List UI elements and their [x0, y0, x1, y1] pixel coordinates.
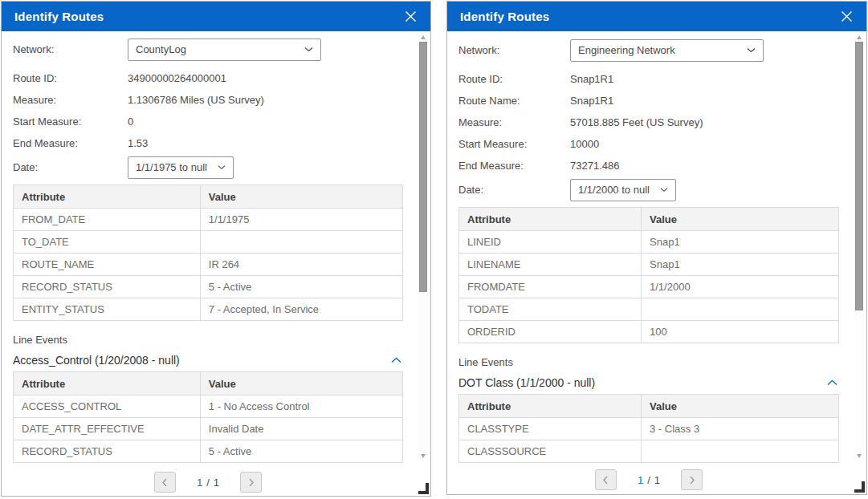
scroll-up-icon[interactable]	[418, 33, 428, 41]
route-name-label: Route Name:	[458, 95, 570, 107]
value-cell	[200, 231, 402, 254]
previous-page-button[interactable]	[154, 472, 176, 493]
value-column-header: Value	[642, 395, 839, 418]
table-header-row: Attribute Value	[14, 185, 403, 209]
table-row: TODATE	[459, 298, 839, 321]
start-measure-row: Start Measure: 0	[13, 111, 403, 132]
attribute-column-header: Attribute	[459, 395, 642, 418]
date-dropdown[interactable]: 1/1/2000 to null	[570, 179, 676, 201]
table-header-row: Attribute Value	[14, 372, 403, 396]
route-id-value: 34900000264000001	[128, 72, 226, 84]
vertical-scrollbar[interactable]	[418, 33, 428, 460]
previous-page-button[interactable]	[595, 469, 617, 490]
network-label: Network:	[13, 43, 128, 55]
chevron-up-icon[interactable]	[825, 378, 839, 387]
close-icon[interactable]	[839, 10, 854, 24]
line-event-title: DOT Class (1/1/2000 - null)	[458, 376, 595, 389]
page-indicator: 1 / 1	[638, 474, 660, 486]
attr-cell: FROM_DATE	[14, 209, 201, 231]
end-measure-row: End Measure: 1.53	[13, 132, 403, 154]
chevron-up-icon[interactable]	[389, 355, 403, 365]
attr-cell: ACCESS_CONTROL	[14, 396, 201, 418]
network-dropdown[interactable]: Engineering Network	[570, 39, 764, 62]
attr-cell: CLASSSOURCE	[459, 440, 642, 463]
table-header-row: Attribute Value	[459, 208, 839, 231]
attr-cell: RECORD_STATUS	[14, 276, 201, 298]
attr-cell: CLASSTYPE	[459, 418, 642, 440]
date-label: Date:	[13, 161, 128, 173]
value-cell: 7 - Accepted, In Service	[200, 298, 402, 321]
table-row: ACCESS_CONTROL 1 - No Access Control	[14, 396, 403, 418]
route-id-label: Route ID:	[458, 73, 570, 85]
scroll-down-icon[interactable]	[854, 452, 864, 460]
attribute-column-header: Attribute	[459, 208, 642, 231]
route-name-row: Route Name: Snap1R1	[458, 90, 839, 112]
start-measure-label: Start Measure:	[13, 116, 128, 128]
date-field-row: Date: 1/1/2000 to null	[458, 179, 839, 201]
measure-value: 1.1306786 Miles (US Survey)	[128, 94, 264, 106]
current-page: 1	[197, 477, 202, 489]
line-event-attributes-table: Attribute Value CLASSTYPE 3 - Class 3 CL…	[458, 394, 839, 463]
table-row: FROM_DATE 1/1/1975	[14, 209, 403, 231]
attr-cell: LINEID	[459, 231, 642, 254]
panel-title: Identify Routes	[460, 10, 549, 23]
chevron-down-icon	[747, 47, 756, 53]
scrollbar-thumb[interactable]	[855, 42, 863, 310]
vertical-scrollbar[interactable]	[854, 33, 864, 460]
next-page-button[interactable]	[240, 472, 262, 493]
date-field-row: Date: 1/1/1975 to null	[13, 156, 403, 178]
network-field-row: Network: CountyLog	[13, 38, 403, 61]
table-row: ROUTE_NAME IR 264	[14, 254, 403, 276]
table-row: CLASSTYPE 3 - Class 3	[459, 418, 839, 440]
identify-routes-panel-left: Identify Routes Network: CountyLog Route…	[1, 1, 431, 497]
next-page-button[interactable]	[681, 469, 703, 490]
start-measure-label: Start Measure:	[458, 138, 570, 150]
page-separator: /	[647, 474, 650, 486]
attribute-column-header: Attribute	[14, 372, 201, 396]
value-cell: Invalid Date	[200, 418, 402, 440]
table-row: RECORD_STATUS 5 - Active	[14, 276, 403, 298]
value-cell: 1/1/2000	[642, 276, 839, 298]
identify-routes-panel-right: Identify Routes Network: Engineering Net…	[446, 1, 867, 495]
measure-row: Measure: 1.1306786 Miles (US Survey)	[13, 89, 403, 111]
chevron-down-icon	[660, 187, 668, 193]
value-cell: 1/1/1975	[200, 209, 402, 231]
date-dropdown[interactable]: 1/1/1975 to null	[128, 156, 234, 179]
value-cell: 1 - No Access Control	[200, 396, 402, 418]
table-row: ORDERID 100	[459, 321, 839, 343]
attribute-column-header: Attribute	[14, 185, 201, 209]
pagination: 1 / 1	[13, 472, 403, 493]
panel-body: Network: Engineering Network Route ID: S…	[447, 31, 866, 494]
end-measure-label: End Measure:	[13, 137, 128, 149]
chevron-down-icon	[218, 164, 226, 170]
date-label: Date:	[458, 184, 570, 196]
resize-grip[interactable]	[418, 483, 429, 494]
scroll-down-icon[interactable]	[418, 452, 428, 460]
date-dropdown-value: 1/1/1975 to null	[136, 161, 207, 173]
network-dropdown-value: CountyLog	[136, 43, 186, 55]
end-measure-label: End Measure:	[458, 160, 570, 172]
line-event-title: Access_Control (1/20/2008 - null)	[13, 354, 180, 367]
value-cell: 5 - Active	[200, 276, 402, 298]
attr-cell: DATE_ATTR_EFFECTIVE	[14, 418, 201, 440]
page-indicator: 1 / 1	[197, 477, 219, 489]
line-event-attributes-table: Attribute Value ACCESS_CONTROL 1 - No Ac…	[13, 371, 403, 463]
value-cell: 100	[642, 321, 839, 343]
start-measure-value: 10000	[570, 138, 599, 150]
route-id-row: Route ID: Snap1R1	[458, 68, 839, 90]
value-cell: 3 - Class 3	[642, 418, 839, 440]
network-dropdown[interactable]: CountyLog	[128, 39, 321, 61]
attr-cell: TO_DATE	[14, 231, 201, 254]
panel-header: Identify Routes	[2, 2, 430, 31]
close-icon[interactable]	[403, 10, 418, 24]
scrollbar-thumb[interactable]	[419, 42, 427, 292]
scroll-up-icon[interactable]	[854, 33, 864, 41]
attr-cell: ROUTE_NAME	[14, 254, 201, 276]
resize-grip[interactable]	[854, 481, 865, 493]
measure-row: Measure: 57018.885 Feet (US Survey)	[458, 112, 839, 133]
line-event-title-row: Access_Control (1/20/2008 - null)	[13, 354, 403, 367]
attr-cell: LINENAME	[459, 254, 642, 276]
value-cell: IR 264	[200, 254, 402, 276]
value-cell	[642, 298, 839, 321]
start-measure-value: 0	[128, 116, 133, 128]
